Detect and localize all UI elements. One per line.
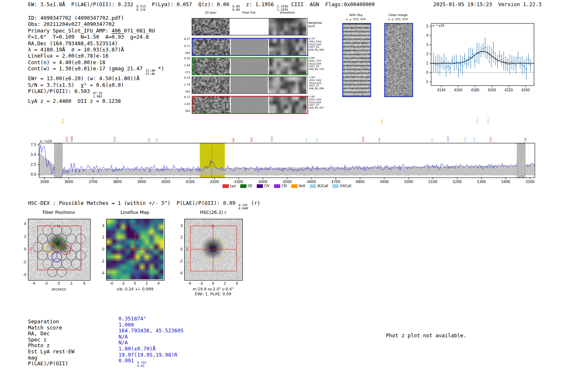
spec2d-image <box>192 19 230 35</box>
emission-line-label-SiII: SiII <box>250 137 253 142</box>
detection-info-block: ID: 4090347702 (4090347702.pdf)Obs: 2021… <box>28 15 164 104</box>
weighted-sum-label: WeightedSum <box>308 21 322 28</box>
info-line-8: Cont(w) = 1.30(±0.01)e-17 (gmag 21.47 21… <box>28 65 164 75</box>
svg-text:3500: 3500 <box>40 180 49 184</box>
annotation-line: 20211204 <box>309 63 324 65</box>
spec2d-cell-noise <box>193 58 230 74</box>
match-value-2: 164.793436, 45.523605 <box>118 327 183 334</box>
match-label-7: P(LAE)/P(OII) <box>28 360 68 366</box>
svg-text:4700: 4700 <box>331 180 340 184</box>
spec2d-col-title: Smoothed <box>269 11 306 14</box>
metric: 373 <box>185 71 190 74</box>
match-value-7: 0.091 0.1930.05 <box>118 357 146 367</box>
spec2d-row-metrics: 0.111.03392 <box>180 95 190 113</box>
emission-line-label-H: Hδ <box>305 138 308 142</box>
svg-text:5200: 5200 <box>453 180 462 184</box>
cutout-xtick: 2 <box>143 281 151 285</box>
value-uncertainty: 0.1910.048 <box>239 204 248 210</box>
emission-line-label-H: Hγ <box>315 138 318 142</box>
svg-text:4000: 4000 <box>161 180 170 184</box>
match-value-0: 0.351874" <box>118 315 146 322</box>
legend-swatch <box>240 184 246 188</box>
cutout-overlay-0: NE <box>28 219 89 279</box>
emission-line-label-OIII: OIII { <box>476 116 479 124</box>
svg-text:4220: 4220 <box>504 88 513 92</box>
legend-swatch <box>332 184 339 188</box>
svg-text:E: E <box>186 247 189 251</box>
svg-text:4200: 4200 <box>488 88 496 92</box>
svg-text:4180: 4180 <box>471 88 479 92</box>
cutout-ytick: 0 <box>174 247 183 251</box>
svg-text:3900: 3900 <box>137 180 146 184</box>
cutout-ytick: 2 <box>96 235 105 239</box>
annotation-line: v027_07 <box>309 104 324 107</box>
spec2d-cell-noise <box>193 39 230 55</box>
info-line-9: EWr = 13.00(±6.20) (w: 4.50(±1.80))Å <box>28 75 164 81</box>
svg-text:4160: 4160 <box>454 88 462 92</box>
svg-text:5000: 5000 <box>404 180 413 184</box>
header-summary: EW: 3.5±1.8Å P(LAE)/P(OII): 0.232 0.5130… <box>28 1 375 11</box>
match-label-1: Match score <box>28 325 62 331</box>
spec2d-image <box>231 97 268 113</box>
cutout-panel-1: N <box>106 219 165 281</box>
svg-text:4900: 4900 <box>380 180 389 184</box>
cutout-xlabel-1: s/b: 0.24 +/- 0.099 <box>106 287 164 291</box>
spec2d-cell-smooth <box>269 97 307 113</box>
emission-line-label-SiIV: SiIV <box>362 137 365 142</box>
spec2d-cell-smooth <box>269 58 307 74</box>
spec2d-image <box>192 77 230 93</box>
svg-text:3600: 3600 <box>64 180 73 184</box>
cutout-xtick: 2 <box>221 281 229 285</box>
svg-text:4240: 4240 <box>521 88 530 92</box>
emission-line-label-OIII: OIII { <box>487 116 490 124</box>
svg-text:3800: 3800 <box>113 180 122 184</box>
emission-line-label-SiIV: SiIV <box>113 137 116 142</box>
emission-line-label-OIII: OIII <box>464 137 467 142</box>
svg-text:0.0: 0.0 <box>30 172 36 176</box>
annotation-line: 20211204 <box>309 82 324 85</box>
with-sky-image-frame <box>342 23 371 97</box>
annotation-line: (353, 524) <box>309 79 324 82</box>
spec2d-col-title: Pixel Flat <box>230 11 267 14</box>
legend-label: CIV <box>264 184 269 188</box>
legend-swatch <box>274 184 280 188</box>
cutout-ytick: -4 <box>96 271 105 275</box>
cutout-overlay-2: NE <box>185 219 242 279</box>
match-value-6: 19.97(19.95,19.98)R <box>118 352 177 358</box>
spec2d-row-metrics: 0.151.79393 <box>180 76 190 93</box>
weighted-sum-line: Weighted <box>308 21 322 25</box>
svg-text:4100: 4100 <box>186 180 195 184</box>
spec2d-image <box>231 39 268 55</box>
legend-label: HeII <box>299 184 305 188</box>
with-sky-image <box>343 24 370 96</box>
cutout-xtick: 0 <box>131 281 139 285</box>
legend-item: Lyα <box>223 184 236 188</box>
metric: 0.71 <box>184 44 190 48</box>
annotation-line: v027_03 <box>309 65 324 68</box>
spec2d-cell-noise <box>193 97 230 113</box>
spec2d-image <box>269 77 306 93</box>
clean-image-title: Clean Image <box>377 14 418 17</box>
value-uncertainty: 47.321.982 <box>93 92 102 98</box>
match-label-0: Separation <box>28 318 59 325</box>
emission-line-label-HeII: HeII <box>70 136 74 142</box>
spec2d-image <box>269 58 307 74</box>
match-value-5: 1.80(±0.70)Å <box>118 346 156 352</box>
svg-text:N: N <box>57 224 60 228</box>
match-value-1: 1.000 <box>118 322 134 328</box>
svg-text:0: 0 <box>426 71 428 74</box>
spec2d-row <box>192 57 308 75</box>
cutout-xtick: 0 <box>55 281 63 285</box>
legend-swatch <box>310 184 316 188</box>
emission-line-label-H: Hβ <box>524 138 527 142</box>
value-uncertainty: 1.19561.1956 <box>277 5 288 11</box>
legend-label: CIII <box>281 184 287 188</box>
cutout-ytick: 4 <box>174 224 183 228</box>
legend-item: OII <box>240 184 252 188</box>
spec2d-image <box>269 97 307 113</box>
cutout-xlabel-0: arcsecs <box>28 287 90 291</box>
header-datetime: 2025-01-05 19:15:23 Version 1.22.3 <box>433 1 541 7</box>
spec2d-row-annotation: 0.73"(353, 524)20211204v027_01406_RU_056 <box>309 37 324 51</box>
cutout-ytick: -2 <box>174 259 183 263</box>
spec2d-row <box>192 38 308 56</box>
